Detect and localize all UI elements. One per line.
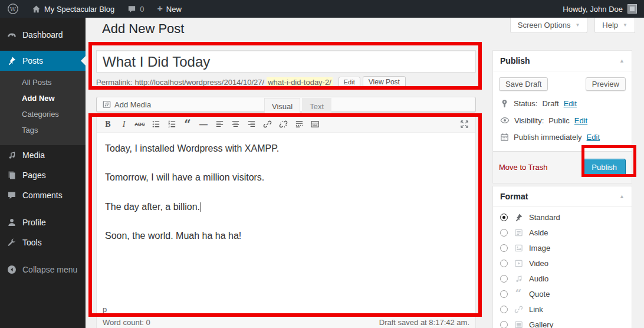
format-option-video[interactable]: Video xyxy=(500,259,625,268)
radio-video[interactable] xyxy=(500,260,508,267)
editor-paragraph: The day after, a billion. xyxy=(105,201,467,214)
admin-bar: W My Spectacular Blog 0 + New Howdy, Joh… xyxy=(0,0,644,18)
audio-icon xyxy=(513,274,524,283)
radio-gallery[interactable] xyxy=(500,321,508,328)
sidebar-item-profile[interactable]: Profile xyxy=(0,212,86,232)
format-box-header[interactable]: Format ▲ xyxy=(493,186,632,207)
insert-link-icon[interactable] xyxy=(259,117,275,132)
post-title-input[interactable]: What I Did Today xyxy=(96,50,476,73)
sidebar-item-pages[interactable]: Pages xyxy=(0,165,86,185)
content-editor: B I ABC “ — xyxy=(96,116,476,328)
posts-submenu: All Posts Add New Categories Tags xyxy=(0,71,86,145)
format-label: Aside xyxy=(529,228,548,237)
edit-status-link[interactable]: Edit xyxy=(564,99,577,108)
format-option-link[interactable]: Link xyxy=(500,305,625,314)
publish-box-header[interactable]: Publish ▲ xyxy=(493,51,632,71)
link-icon xyxy=(513,305,524,314)
chevron-down-icon: ▼ xyxy=(575,22,580,28)
format-option-aside[interactable]: Aside xyxy=(500,228,625,237)
radio-image[interactable] xyxy=(500,244,508,252)
format-option-image[interactable]: Image xyxy=(500,244,625,252)
gallery-icon xyxy=(513,320,524,328)
radio-audio[interactable] xyxy=(500,275,508,283)
collapse-triangle-icon[interactable]: ▲ xyxy=(619,58,625,64)
bold-icon[interactable]: B xyxy=(100,117,116,132)
publish-button[interactable]: Publish xyxy=(583,159,626,176)
new-content-menu[interactable]: + New xyxy=(157,4,181,14)
editor-toolbar: B I ABC “ — xyxy=(97,116,475,133)
strikethrough-icon[interactable]: ABC xyxy=(132,117,147,132)
format-option-quote[interactable]: “ Quote xyxy=(500,290,625,299)
sidebar-item-comments[interactable]: Comments xyxy=(0,185,86,205)
italic-icon[interactable]: I xyxy=(116,117,132,132)
video-icon xyxy=(513,259,524,268)
distraction-free-icon[interactable] xyxy=(456,117,472,132)
site-name-link[interactable]: My Spectacular Blog xyxy=(32,5,114,14)
align-center-icon[interactable] xyxy=(228,117,243,132)
horizontal-rule-icon[interactable]: — xyxy=(196,117,211,132)
sidebar-item-collapse-menu[interactable]: Collapse menu xyxy=(0,260,86,280)
sidebar-label-comments: Comments xyxy=(22,191,63,200)
toolbar-toggle-icon[interactable] xyxy=(307,117,323,132)
format-box: Format ▲ Standard Aside xyxy=(492,186,632,328)
sidebar-item-tags[interactable]: Tags xyxy=(0,122,86,138)
sidebar-label-collapse: Collapse menu xyxy=(22,265,77,274)
post-visibility-row: Visibility: Public Edit xyxy=(500,116,625,125)
major-publishing-actions: Move to Trash Publish xyxy=(493,151,632,183)
format-option-gallery[interactable]: Gallery xyxy=(500,320,625,328)
comment-icon xyxy=(127,5,136,14)
align-left-icon[interactable] xyxy=(212,117,227,132)
preview-button[interactable]: Preview xyxy=(586,77,626,91)
sidebar-item-add-new[interactable]: Add New xyxy=(0,90,86,106)
numbered-list-icon[interactable] xyxy=(164,117,179,132)
visibility-value: Public xyxy=(548,116,569,125)
radio-link[interactable] xyxy=(500,306,508,313)
sidebar-item-tools[interactable]: Tools xyxy=(0,232,86,252)
tab-text[interactable]: Text xyxy=(302,98,331,116)
my-account-menu[interactable]: Howdy, John Doe xyxy=(563,4,637,14)
pin-icon xyxy=(513,213,524,222)
sidebar-item-all-posts[interactable]: All Posts xyxy=(0,74,86,90)
view-post-button[interactable]: View Post xyxy=(363,76,406,88)
chevron-down-icon: ▼ xyxy=(623,22,627,28)
editor-content-area[interactable]: Today, I installed Wordpress with XAMPP.… xyxy=(97,133,475,304)
more-tag-icon[interactable] xyxy=(291,117,307,132)
pin-icon xyxy=(6,56,17,65)
editor-element-path[interactable]: p xyxy=(97,304,475,316)
collapse-triangle-icon[interactable]: ▲ xyxy=(619,193,625,199)
site-name-label: My Spectacular Blog xyxy=(44,5,114,14)
format-option-standard[interactable]: Standard xyxy=(500,213,625,222)
edit-schedule-link[interactable]: Edit xyxy=(587,133,600,142)
help-button[interactable]: Help ▼ xyxy=(594,18,635,33)
save-draft-button[interactable]: Save Draft xyxy=(499,77,548,91)
remove-link-icon[interactable] xyxy=(275,117,291,132)
radio-standard[interactable] xyxy=(500,214,508,221)
sidebar-item-posts[interactable]: Posts xyxy=(0,51,86,71)
bulleted-list-icon[interactable] xyxy=(148,117,163,132)
blockquote-icon[interactable]: “ xyxy=(180,117,195,132)
radio-aside[interactable] xyxy=(500,229,508,237)
format-option-audio[interactable]: Audio xyxy=(500,274,625,283)
post-status-row: Status: Draft Edit xyxy=(500,99,625,108)
status-value: Draft xyxy=(542,99,558,108)
edit-permalink-button[interactable]: Edit xyxy=(339,77,360,87)
autosave-status: Draft saved at 8:17:42 am. xyxy=(379,318,469,327)
align-right-icon[interactable] xyxy=(244,117,259,132)
sidebar-item-dashboard[interactable]: Dashboard xyxy=(0,25,86,45)
sidebar-item-media[interactable]: Media xyxy=(0,145,86,165)
svg-text:W: W xyxy=(10,6,17,12)
wrench-icon xyxy=(6,238,17,247)
wordpress-logo-menu[interactable]: W xyxy=(7,3,19,15)
text-cursor xyxy=(201,202,201,212)
post-schedule-row: Publish immediately Edit xyxy=(500,133,625,142)
edit-visibility-link[interactable]: Edit xyxy=(574,116,587,125)
radio-quote[interactable] xyxy=(500,290,508,298)
permalink-slug: what-i-did-today-2/ xyxy=(267,77,333,87)
tab-visual[interactable]: Visual xyxy=(264,98,300,116)
sidebar-item-categories[interactable]: Categories xyxy=(0,106,86,122)
comments-bubble[interactable]: 0 xyxy=(127,5,144,14)
format-label: Video xyxy=(529,259,548,268)
screen-options-button[interactable]: Screen Options ▼ xyxy=(510,18,588,33)
sidebar-label-profile: Profile xyxy=(22,218,46,227)
move-to-trash-link[interactable]: Move to Trash xyxy=(499,163,547,172)
